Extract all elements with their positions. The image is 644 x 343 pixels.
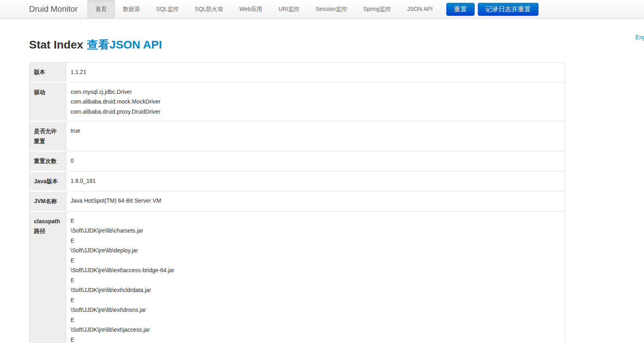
value-line: Java HotSpot(TM) 64-Bit Server VM xyxy=(71,196,561,206)
table-row: 版本1.1.21 xyxy=(30,63,565,82)
row-value: Java HotSpot(TM) 64-Bit Server VM xyxy=(66,191,565,212)
value-line: \Soft\JJDK\jre\lib\ext\cldrdata.jar xyxy=(71,285,561,295)
value-line: \Soft\JJDK\jre\lib\charsets.jar xyxy=(71,226,561,236)
language-link[interactable]: Eng xyxy=(636,34,644,40)
value-line: com.alibaba.druid.proxy.DruidDriver xyxy=(71,107,561,117)
value-line: 1.8.0_181 xyxy=(71,176,561,186)
row-label: 重置次数 xyxy=(30,151,66,172)
navbar-menu: 首页数据源SQL监控SQL防火墙Web应用URI监控Session监控Sprin… xyxy=(87,0,441,18)
value-line: E xyxy=(71,295,561,305)
nav-item-spring-monitor[interactable]: Spring监控 xyxy=(355,0,399,18)
nav-item-session-monitor[interactable]: Session监控 xyxy=(308,0,355,18)
nav-item-uri-monitor[interactable]: URI监控 xyxy=(270,0,308,18)
stat-table-wrap: 版本1.1.21驱动com.mysql.cj.jdbc.Drivercom.al… xyxy=(29,62,565,343)
table-row: 驱动com.mysql.cj.jdbc.Drivercom.alibaba.dr… xyxy=(30,82,565,121)
page-title: Stat Index查看JSON API xyxy=(29,37,644,53)
value-line: \Soft\JJDK\jre\lib\ext\access-bridge-64.… xyxy=(71,265,561,275)
value-line: E xyxy=(71,256,561,266)
row-value: true xyxy=(66,121,565,151)
value-line: 1.1.21 xyxy=(71,67,561,77)
druid-stat-index-page: { "navbar": { "brand": "Druid Monitor", … xyxy=(0,0,644,343)
table-row: classpath路径E\Soft\JJDK\jre\lib\charsets.… xyxy=(30,211,565,343)
stat-table: 版本1.1.21驱动com.mysql.cj.jdbc.Drivercom.al… xyxy=(30,63,565,343)
nav-item-json-api[interactable]: JSON API xyxy=(399,0,441,18)
nav-item-web-app[interactable]: Web应用 xyxy=(231,0,270,18)
row-label: 是否允许重置 xyxy=(30,121,66,151)
reset-button[interactable]: 重置 xyxy=(446,3,475,16)
table-row: Java版本1.8.0_181 xyxy=(30,171,565,191)
row-label: classpath路径 xyxy=(30,211,66,343)
row-label: JVM名称 xyxy=(30,191,66,212)
navbar: Druid Monitor 首页数据源SQL监控SQL防火墙Web应用URI监控… xyxy=(0,0,644,19)
value-line: \Soft\JJDK\jre\lib\ext\jaccess.jar xyxy=(71,325,561,335)
table-row: 重置次数0 xyxy=(30,151,565,172)
view-json-api-link[interactable]: 查看JSON API xyxy=(87,38,162,51)
page-title-text: Stat Index xyxy=(29,38,83,51)
nav-item-home[interactable]: 首页 xyxy=(87,0,115,18)
brand-title: Druid Monitor xyxy=(29,0,78,18)
nav-item-sql-monitor[interactable]: SQL监控 xyxy=(148,0,187,18)
row-value: com.mysql.cj.jdbc.Drivercom.alibaba.drui… xyxy=(66,82,565,121)
value-line: E xyxy=(71,335,561,343)
row-value: 0 xyxy=(66,151,565,172)
value-line: \Soft\JJDK\jre\lib\ext\dnsns.jar xyxy=(71,305,561,315)
value-line: E xyxy=(71,236,561,246)
row-label: 版本 xyxy=(30,63,66,82)
row-value: 1.8.0_181 xyxy=(66,171,565,191)
nav-item-sql-firewall[interactable]: SQL防火墙 xyxy=(187,0,231,18)
table-row: 是否允许重置true xyxy=(30,121,565,151)
value-line: \Soft\JJDK\jre\lib\deploy.jar xyxy=(71,246,561,256)
table-row: JVM名称Java HotSpot(TM) 64-Bit Server VM xyxy=(30,191,565,212)
value-line: 0 xyxy=(71,156,561,166)
row-label: 驱动 xyxy=(30,82,66,121)
value-line: true xyxy=(71,126,561,136)
row-value: E\Soft\JJDK\jre\lib\charsets.jarE\Soft\J… xyxy=(66,211,565,343)
log-and-reset-button[interactable]: 记录日志并重置 xyxy=(478,3,538,16)
value-line: E xyxy=(71,315,561,325)
value-line: E xyxy=(71,216,561,226)
value-line: com.alibaba.druid.mock.MockDriver xyxy=(71,97,561,107)
navbar-buttons: 重置记录日志并重置 xyxy=(446,0,538,18)
row-label: Java版本 xyxy=(30,171,66,191)
stat-table-body: 版本1.1.21驱动com.mysql.cj.jdbc.Drivercom.al… xyxy=(30,63,565,343)
value-line: com.mysql.cj.jdbc.Driver xyxy=(71,87,561,97)
value-line: E xyxy=(71,275,561,286)
nav-item-datasource[interactable]: 数据源 xyxy=(115,0,148,18)
row-value: 1.1.21 xyxy=(66,63,565,82)
main-content: Stat Index查看JSON API 版本1.1.21驱动com.mysql… xyxy=(29,37,644,343)
